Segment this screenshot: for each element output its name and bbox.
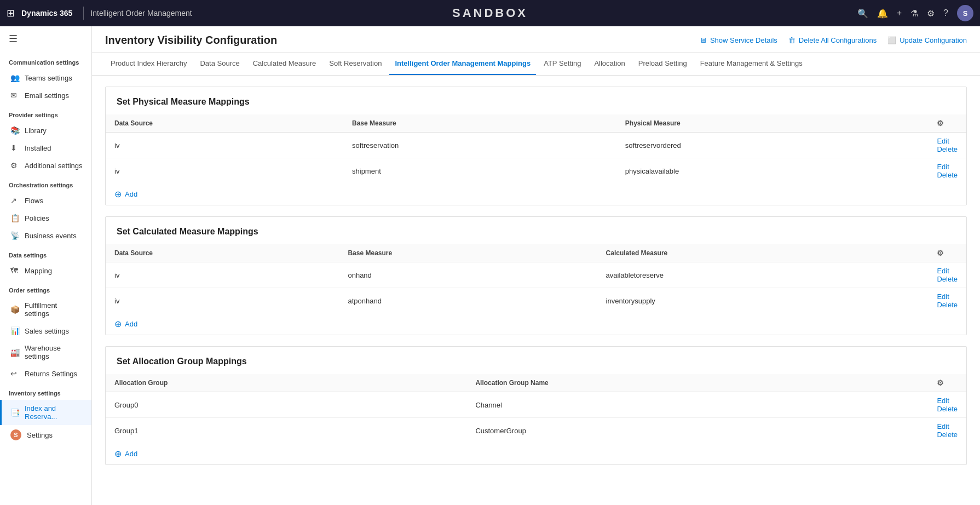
calc-col-calculatedmeasure: Calculated Measure (597, 244, 929, 262)
sidebar-section-data: Data settings (0, 244, 91, 262)
index-icon: 📑 (10, 408, 19, 417)
alloc-row2-delete[interactable]: Delete (937, 431, 958, 439)
physical-row1-edit[interactable]: Edit (937, 137, 949, 145)
service-details-icon: 🖥 (700, 36, 707, 44)
calc-row1-delete[interactable]: Delete (937, 275, 958, 283)
sidebar-item-flows-label: Flows (25, 197, 43, 205)
help-icon[interactable]: ? (943, 8, 948, 18)
tab-product-index[interactable]: Product Index Hierarchy (105, 53, 192, 75)
sidebar-item-policies[interactable]: 📋 Policies (0, 209, 91, 227)
page-title: Inventory Visibility Configuration (105, 34, 277, 47)
tab-iom-mappings[interactable]: Intelligent Order Management Mappings (389, 53, 536, 75)
physical-add-row[interactable]: ⊕ Add (106, 183, 966, 205)
physical-row2-delete[interactable]: Delete (937, 171, 958, 179)
calc-row2-edit[interactable]: Edit (937, 292, 949, 301)
sidebar-item-teams-settings[interactable]: 👥 Teams settings (0, 69, 91, 87)
sandbox-label: SANDBOX (452, 6, 528, 20)
physical-row1-delete[interactable]: Delete (937, 145, 958, 153)
additional-icon: ⚙ (10, 161, 19, 170)
table-row: iv softreservation softreservordered Edi… (106, 133, 966, 158)
settings-icon[interactable]: ⚙ (927, 8, 935, 19)
tab-allocation[interactable]: Allocation (589, 53, 630, 75)
search-icon[interactable]: 🔍 (857, 8, 868, 19)
physical-row1-physicalmeasure: softreservordered (616, 133, 929, 158)
show-service-details-button[interactable]: 🖥 Show Service Details (700, 36, 777, 44)
plus-icon[interactable]: + (897, 8, 902, 18)
sidebar-item-fulfillment[interactable]: 📦 Fulfillment settings (0, 297, 91, 322)
alloc-row1-edit[interactable]: Edit (937, 397, 949, 405)
alloc-row1-groupname: Channel (466, 392, 928, 418)
sidebar-item-email-settings[interactable]: ✉ Email settings (0, 87, 91, 104)
returns-icon: ↩ (10, 369, 19, 378)
calc-row2-actions: Edit Delete (928, 288, 966, 314)
tab-preload-setting[interactable]: Preload Setting (633, 53, 693, 75)
sidebar-item-returns-label: Returns Settings (25, 370, 77, 378)
alloc-gear-icon[interactable]: ⚙ (937, 378, 944, 387)
alloc-row1-delete[interactable]: Delete (937, 405, 958, 413)
app-name-label: Intelligent Order Management (90, 9, 192, 18)
waffle-icon[interactable]: ⊞ (7, 7, 15, 19)
alloc-row2-edit[interactable]: Edit (937, 422, 949, 431)
sidebar-item-teams-label: Teams settings (25, 74, 72, 82)
delete-all-button[interactable]: 🗑 Delete All Configurations (788, 36, 877, 44)
email-icon: ✉ (10, 91, 19, 100)
physical-measure-header: Set Physical Measure Mappings (106, 87, 966, 114)
sidebar-item-sales[interactable]: 📊 Sales settings (0, 322, 91, 340)
calc-row2-delete[interactable]: Delete (937, 301, 958, 309)
sidebar-item-library[interactable]: 📚 Library (0, 122, 91, 139)
sidebar-item-index-reserva[interactable]: 📑 Index and Reserva... (0, 400, 91, 425)
content-body: Set Physical Measure Mappings Data Sourc… (92, 76, 980, 487)
physical-row2-physicalmeasure: physicalavailable (616, 158, 929, 184)
calc-col-datasource: Data Source (106, 244, 339, 262)
sidebar-item-flows[interactable]: ↗ Flows (0, 192, 91, 209)
delete-all-icon: 🗑 (788, 36, 795, 44)
alloc-row1-actions: Edit Delete (928, 392, 966, 418)
sidebar-section-orchestration: Orchestration settings (0, 174, 91, 192)
sidebar-item-business-events-label: Business events (25, 232, 77, 240)
physical-measure-section: Set Physical Measure Mappings Data Sourc… (105, 87, 967, 205)
sidebar-item-installed-label: Installed (25, 144, 51, 152)
main-content: Inventory Visibility Configuration 🖥 Sho… (92, 26, 980, 505)
sidebar-item-settings[interactable]: S Settings (0, 425, 91, 445)
sidebar-item-business-events[interactable]: 📡 Business events (0, 227, 91, 244)
calculated-add-row[interactable]: ⊕ Add (106, 313, 966, 335)
allocation-add-label: Add (125, 450, 137, 458)
allocation-add-row[interactable]: ⊕ Add (106, 443, 966, 464)
flows-icon: ↗ (10, 196, 19, 205)
sidebar-item-sales-label: Sales settings (25, 327, 69, 335)
tab-data-source[interactable]: Data Source (194, 53, 245, 75)
avatar[interactable]: S (957, 5, 973, 21)
tab-calculated-measure[interactable]: Calculated Measure (247, 53, 322, 75)
app-body: ☰ Communication settings 👥 Teams setting… (0, 26, 980, 505)
update-config-label: Update Configuration (900, 36, 967, 44)
calc-row1-datasource: iv (106, 262, 339, 288)
physical-gear-icon[interactable]: ⚙ (937, 119, 944, 128)
calc-gear-icon[interactable]: ⚙ (937, 249, 944, 257)
physical-row2-edit[interactable]: Edit (937, 163, 949, 171)
physical-measure-table: Data Source Base Measure Physical Measur… (106, 114, 966, 183)
sidebar-item-additional-settings[interactable]: ⚙ Additional settings (0, 157, 91, 174)
calculated-measure-section: Set Calculated Measure Mappings Data Sou… (105, 216, 967, 335)
update-config-button[interactable]: ⬜ Update Configuration (887, 36, 967, 44)
filter-icon[interactable]: ⚗ (910, 8, 918, 19)
sidebar-item-warehouse[interactable]: 🏭 Warehouse settings (0, 340, 91, 365)
content-actions: 🖥 Show Service Details 🗑 Delete All Conf… (700, 36, 967, 44)
sidebar-section-inventory: Inventory settings (0, 382, 91, 400)
calc-row1-edit[interactable]: Edit (937, 267, 949, 275)
sidebar-hamburger[interactable]: ☰ (0, 26, 91, 51)
calc-row2-datasource: iv (106, 288, 339, 314)
sidebar: ☰ Communication settings 👥 Teams setting… (0, 26, 92, 505)
topbar: ⊞ Dynamics 365 Intelligent Order Managem… (0, 0, 980, 26)
sidebar-item-installed[interactable]: ⬇ Installed (0, 139, 91, 157)
physical-col-datasource: Data Source (106, 114, 343, 133)
content-topbar: Inventory Visibility Configuration 🖥 Sho… (92, 26, 980, 53)
sidebar-item-mapping[interactable]: 🗺 Mapping (0, 262, 91, 279)
physical-row1-actions: Edit Delete (928, 133, 966, 158)
sales-icon: 📊 (10, 326, 19, 335)
sidebar-item-returns[interactable]: ↩ Returns Settings (0, 365, 91, 382)
bell-icon[interactable]: 🔔 (877, 8, 888, 19)
calc-row2-calculatedmeasure: inventorysupply (597, 288, 929, 314)
tab-feature-management[interactable]: Feature Management & Settings (695, 53, 808, 75)
tab-atp-setting[interactable]: ATP Setting (538, 53, 586, 75)
tab-soft-reservation[interactable]: Soft Reservation (324, 53, 387, 75)
